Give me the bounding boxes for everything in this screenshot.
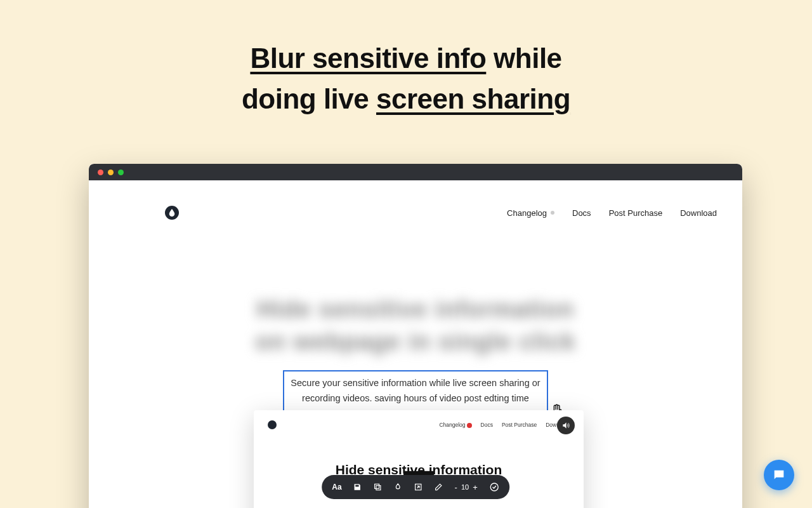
selection-rectangle[interactable]: Secure your sensitive information while … xyxy=(283,370,547,411)
browser-window: Changelog Docs Post Purchase Download Hi… xyxy=(89,164,742,508)
headline-part2: while xyxy=(486,43,561,74)
nav-changelog-label: Changelog xyxy=(507,208,547,218)
toolbar-select-tool[interactable] xyxy=(414,483,423,491)
window-maximize-icon[interactable] xyxy=(118,170,124,175)
toolbar-confirm-button[interactable] xyxy=(489,482,499,492)
toolbar-size-value: 10 xyxy=(461,483,469,491)
window-close-icon[interactable] xyxy=(98,170,103,175)
inner-changelog-badge-icon xyxy=(467,423,472,428)
toolbar-decrease-button[interactable]: - xyxy=(455,483,457,492)
svg-rect-4 xyxy=(375,484,379,488)
eraser-icon xyxy=(435,483,443,491)
blurred-line-2: on webpage in single click xyxy=(255,328,575,355)
copy-icon xyxy=(374,483,383,491)
webpage-content: Changelog Docs Post Purchase Download Hi… xyxy=(89,180,742,508)
mute-button[interactable] xyxy=(557,417,575,434)
changelog-indicator-icon xyxy=(551,211,554,215)
selected-text-line-2: recording videos. saving hours of video … xyxy=(302,393,529,403)
window-titlebar xyxy=(89,164,742,180)
chat-icon xyxy=(772,468,786,482)
toolbar-blur-tool[interactable] xyxy=(394,483,403,491)
inner-navigation: Changelog Docs Post Purchase Download xyxy=(254,418,584,429)
check-circle-icon xyxy=(489,482,499,492)
toolbar-save-button[interactable] xyxy=(353,483,362,491)
hero-section: Hide sensitive information on webpage in… xyxy=(89,293,742,411)
headline-part3: doing live xyxy=(242,83,376,114)
inner-nav-post-purchase: Post Purchase xyxy=(502,422,537,428)
toolbar-erase-tool[interactable] xyxy=(435,483,443,491)
toolbar-text-tool[interactable]: Aa xyxy=(332,483,341,491)
toolbar-copy-button[interactable] xyxy=(374,483,383,491)
headline-underlined-1: Blur sensitive info xyxy=(250,43,486,74)
inner-nav-changelog: Changelog xyxy=(439,422,471,428)
blurred-line-1: Hide sensitive information xyxy=(256,296,574,323)
site-logo[interactable] xyxy=(165,206,179,220)
window-minimize-icon[interactable] xyxy=(108,170,114,175)
top-navigation: Changelog Docs Post Purchase Download xyxy=(89,180,742,230)
sound-icon xyxy=(561,421,570,430)
nav-post-purchase[interactable]: Post Purchase xyxy=(609,208,663,218)
nav-download[interactable]: Download xyxy=(680,208,717,218)
select-icon xyxy=(414,483,423,491)
selected-text-line-1: Secure your sensitive information while … xyxy=(291,378,540,388)
svg-rect-3 xyxy=(376,486,381,490)
toolbar-increase-button[interactable]: + xyxy=(473,483,478,492)
headline-underlined-2: screen sharing xyxy=(376,83,570,114)
chat-widget-button[interactable] xyxy=(764,460,794,490)
blur-tool-icon xyxy=(394,483,403,491)
inner-nav-docs: Docs xyxy=(481,422,493,428)
nav-docs[interactable]: Docs xyxy=(572,208,591,218)
nav-changelog[interactable]: Changelog xyxy=(507,208,554,218)
inner-logo xyxy=(268,420,277,429)
drop-icon xyxy=(169,209,175,217)
svg-point-6 xyxy=(490,483,498,491)
blurred-hero-title: Hide sensitive information on webpage in… xyxy=(89,293,742,359)
save-icon xyxy=(353,483,362,491)
editor-toolbar: Aa - 10 + xyxy=(322,475,509,499)
toolbar-blur-size: - 10 + xyxy=(455,483,478,492)
page-headline: Blur sensitive info while doing live scr… xyxy=(0,0,812,119)
